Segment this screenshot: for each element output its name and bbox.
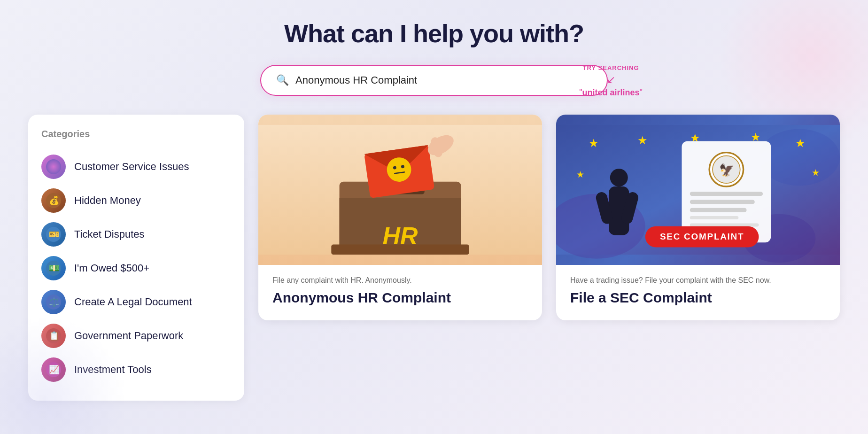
svg-text:💰: 💰 (49, 195, 60, 206)
arrow-icon: ↙ (579, 74, 643, 86)
svg-text:★: ★ (637, 134, 648, 147)
svg-rect-49 (690, 216, 739, 219)
sidebar-item-gov-paperwork[interactable]: 📋 Government Paperwork (41, 319, 231, 353)
svg-point-10 (46, 328, 61, 343)
svg-text:📈: 📈 (49, 364, 60, 375)
page-title: What can I help you with? (28, 19, 840, 48)
owed-money-icon: 💵 (41, 256, 66, 280)
hr-complaint-card[interactable]: HR (258, 115, 542, 320)
sec-complaint-card[interactable]: ★ ★ ★ ★ ★ ★ ★ (556, 115, 840, 320)
svg-text:SEC COMPLAINT: SEC COMPLAINT (660, 232, 744, 241)
svg-point-38 (610, 169, 628, 186)
svg-text:★: ★ (795, 137, 806, 149)
search-icon: 🔍 (276, 74, 289, 86)
try-searching-hint: TRY SEARCHING ↙ "united airlines" (579, 63, 643, 98)
main-content: Categories 🏪 Customer Service Issues 💰 H… (28, 115, 840, 401)
svg-text:HR: HR (383, 222, 418, 249)
cards-area: HR (258, 115, 840, 320)
svg-text:💵: 💵 (49, 263, 60, 273)
try-searching-term: "united airlines" (579, 88, 643, 97)
svg-text:📋: 📋 (49, 331, 60, 341)
header: What can I help you with? (28, 19, 840, 48)
gov-paperwork-icon: 📋 (41, 324, 66, 348)
gov-paperwork-label: Government Paperwork (74, 330, 183, 342)
svg-rect-46 (690, 192, 763, 196)
hidden-money-label: Hidden Money (74, 194, 141, 207)
try-searching-label: TRY SEARCHING (583, 64, 639, 71)
hr-card-content: File any complaint with HR. Anonymously.… (258, 265, 542, 320)
search-input[interactable]: Anonymous HR Complaint (295, 74, 417, 86)
hr-card-desc: File any complaint with HR. Anonymously. (272, 276, 528, 285)
hr-card-title: Anonymous HR Complaint (272, 289, 528, 306)
suggested-term: united airlines (582, 88, 640, 97)
svg-point-0 (46, 159, 61, 174)
investment-tools-label: Investment Tools (74, 364, 152, 376)
sidebar-item-owed-money[interactable]: 💵 I'm Owed $500+ (41, 251, 231, 285)
page-wrapper: What can I help you with? 🔍 Anonymous HR… (0, 0, 868, 419)
svg-text:⚖️: ⚖️ (49, 297, 60, 307)
hr-card-image: HR (258, 115, 542, 265)
sidebar-item-ticket-disputes[interactable]: 🎫 Ticket Disputes (41, 217, 231, 251)
sec-card-title: File a SEC Complaint (570, 289, 826, 306)
categories-heading: Categories (41, 129, 231, 140)
hidden-money-icon: 💰 (41, 188, 66, 213)
svg-text:★: ★ (589, 137, 599, 149)
legal-document-label: Create A Legal Document (74, 296, 192, 308)
sec-card-desc: Have a trading issue? File your complain… (570, 276, 826, 285)
svg-text:★: ★ (812, 168, 820, 178)
svg-text:🦅: 🦅 (719, 163, 735, 178)
svg-text:★: ★ (576, 170, 584, 179)
sidebar-item-customer-service[interactable]: 🏪 Customer Service Issues (41, 150, 231, 184)
sidebar: Categories 🏪 Customer Service Issues 💰 H… (28, 115, 244, 401)
sec-card-content: Have a trading issue? File your complain… (556, 265, 840, 320)
ticket-disputes-label: Ticket Disputes (74, 228, 145, 240)
investment-tools-icon: 📈 (41, 357, 66, 382)
quote-close: " (640, 88, 643, 97)
search-bar[interactable]: 🔍 Anonymous HR Complaint (260, 65, 608, 96)
search-wrapper: 🔍 Anonymous HR Complaint TRY SEARCHING ↙… (28, 65, 840, 96)
sidebar-item-hidden-money[interactable]: 💰 Hidden Money (41, 184, 231, 217)
svg-point-12 (46, 362, 61, 377)
sidebar-item-legal-document[interactable]: ⚖️ Create A Legal Document (41, 285, 231, 319)
sec-card-image: ★ ★ ★ ★ ★ ★ ★ (556, 115, 840, 265)
customer-service-icon: 🏪 (41, 155, 66, 179)
sidebar-item-investment-tools[interactable]: 📈 Investment Tools (41, 353, 231, 387)
customer-service-label: Customer Service Issues (74, 161, 189, 173)
svg-text:🎫: 🎫 (49, 229, 60, 240)
owed-money-label: I'm Owed $500+ (74, 262, 149, 274)
legal-document-icon: ⚖️ (41, 290, 66, 314)
svg-rect-47 (690, 200, 755, 204)
svg-rect-50 (690, 224, 759, 227)
svg-rect-48 (690, 208, 747, 212)
ticket-disputes-icon: 🎫 (41, 222, 66, 247)
